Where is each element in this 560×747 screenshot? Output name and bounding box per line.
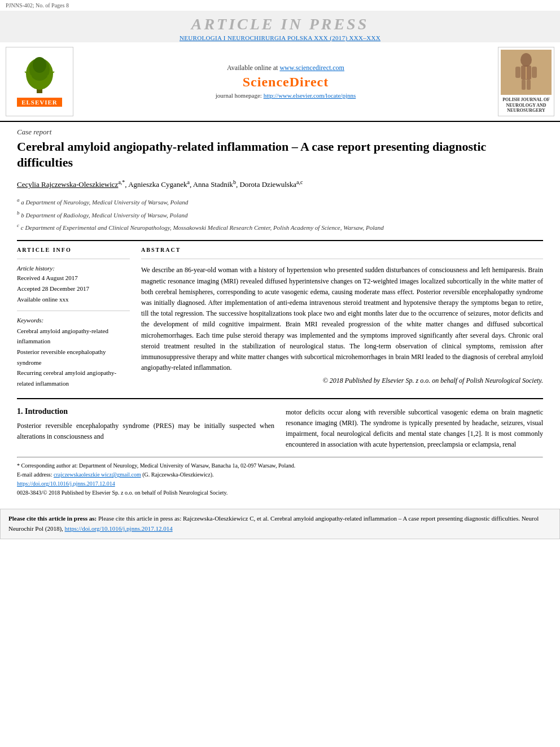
center-header-info: Available online at www.sciencedirect.co…: [79, 47, 492, 116]
info-divider-2: [17, 311, 130, 311]
info-abstract-section: ARTICLE INFO Article history: Received 4…: [17, 247, 543, 388]
article-info-column: ARTICLE INFO Article history: Received 4…: [17, 247, 130, 388]
abstract-column: ABSTRACT We describe an 86-year-old woma…: [141, 247, 543, 388]
available-online: Available online xxx: [17, 294, 130, 305]
affiliation-b: b b Department of Radiology, Medical Uni…: [17, 208, 543, 221]
intro-col-right: motor deficits occur along with reversib…: [286, 407, 543, 451]
intro-title: 1. Introduction: [17, 407, 274, 416]
authors-line: Cecylia Rajczewska-Oleszkiewicza,*, Agni…: [17, 178, 543, 191]
abstract-divider: [141, 259, 543, 259]
keywords-label: Keywords:: [17, 317, 130, 324]
keyword-3: Recurring cerebral amyloid angiopathy-re…: [17, 368, 130, 388]
doi-note: https://doi.org/10.1016/j.pjnns.2017.12.…: [17, 479, 543, 488]
cite-prefix-label: Please cite this article in press as:: [8, 515, 98, 522]
author-2: Agnieszka Cyganeka,: [128, 180, 193, 189]
footnote-divider: [17, 457, 543, 458]
affiliations: a a Department of Neurology, Medical Uni…: [17, 195, 543, 233]
abstract-text: We describe an 86-year-old woman with a …: [141, 265, 543, 373]
issn-note: 0028-3843/© 2018 Published by Elsevier S…: [17, 488, 543, 497]
introduction-columns: 1. Introduction Posterior reversible enc…: [17, 407, 543, 451]
available-online-text: Available online at www.sciencedirect.co…: [227, 64, 344, 72]
section-divider: [17, 398, 543, 399]
journal-homepage-link[interactable]: http://www.elsevier.com/locate/pjnns: [264, 92, 356, 99]
elsevier-logo: ELSEVIER: [6, 47, 73, 116]
elsevier-label: ELSEVIER: [17, 98, 62, 107]
intro-text-left: Posterior reversible encephalopathy synd…: [17, 421, 274, 442]
journal-logo: POLISH JOURNAL OF NEUROLOGY AND NEUROSUR…: [498, 47, 554, 116]
abstract-heading: ABSTRACT: [141, 247, 543, 253]
email-link[interactable]: crajczewskaoleszkie wicz@gmail.com: [54, 471, 141, 478]
accepted-date: Accepted 28 December 2017: [17, 283, 130, 294]
sciencedirect-brand: ScienceDirect: [243, 75, 329, 90]
article-type-label: Case report: [17, 128, 543, 137]
citation-bar: Please cite this article in press as: Pl…: [0, 509, 560, 539]
affiliation-a: a a Department of Neurology, Medical Uni…: [17, 195, 543, 208]
main-content: Case report Cerebral amyloid angiopathy-…: [0, 122, 560, 504]
email-note: E-mail address: crajczewskaoleszkie wicz…: [17, 470, 543, 479]
svg-point-7: [520, 53, 532, 67]
svg-point-3: [33, 57, 46, 73]
article-title: Cerebral amyloid angiopathy-related infl…: [17, 139, 543, 171]
pjnns-ref: PJNNS-402; No. of Pages 8: [6, 2, 69, 8]
svg-rect-12: [527, 80, 531, 90]
author-1: Cecylia Rajczewska-Oleszkiewicza,*,: [17, 180, 128, 189]
citation-doi-link[interactable]: https://doi.org/10.1016/j.pjnns.2017.12.…: [65, 525, 173, 532]
intro-text-right: motor deficits occur along with reversib…: [286, 407, 543, 451]
corresponding-author-note: * Corresponding author at: Department of…: [17, 461, 543, 470]
journal-reference: NEUROLOGIA I NEUROCHIRURGIA POLSKA XXX (…: [0, 34, 560, 41]
article-history-label: Article history:: [17, 265, 130, 272]
svg-rect-10: [532, 67, 537, 78]
doi-link[interactable]: https://doi.org/10.1016/j.pjnns.2017.12.…: [17, 480, 115, 487]
received-date: Received 4 August 2017: [17, 273, 130, 283]
article-in-press-banner: ARTICLE IN PRESS: [0, 14, 560, 34]
svg-rect-9: [515, 67, 520, 78]
article-info-heading: ARTICLE INFO: [17, 247, 130, 253]
author-4: Dorota Dziewulskaa,c: [239, 180, 303, 189]
introduction-section: 1. Introduction Posterior reversible enc…: [17, 407, 543, 451]
info-divider-1: [17, 259, 130, 259]
intro-col-left: 1. Introduction Posterior reversible enc…: [17, 407, 274, 451]
svg-rect-11: [522, 80, 526, 90]
author-3: Anna Stadnikb,: [193, 180, 240, 189]
keywords-block: Keywords: Cerebral amyloid angiopathy-re…: [17, 317, 130, 389]
sciencedirect-url[interactable]: www.sciencedirect.com: [279, 64, 344, 72]
page-header: ELSEVIER Available online at www.science…: [0, 42, 560, 122]
keyword-2: Posterior reversible encephalopathy synd…: [17, 347, 130, 368]
journal-homepage: journal homepage: http://www.elsevier.co…: [216, 92, 356, 99]
footnotes: * Corresponding author at: Department of…: [17, 461, 543, 497]
header-divider: [17, 240, 543, 241]
affiliation-c: c c Department of Experimental and Clini…: [17, 221, 543, 233]
abstract-copyright: © 2018 Published by Elsevier Sp. z o.o. …: [141, 377, 543, 385]
keyword-1: Cerebral amyloid angiopathy-related infl…: [17, 326, 130, 347]
journal-logo-title: POLISH JOURNAL OF NEUROLOGY AND NEUROSUR…: [501, 97, 552, 113]
article-history: Article history: Received 4 August 2017 …: [17, 265, 130, 304]
